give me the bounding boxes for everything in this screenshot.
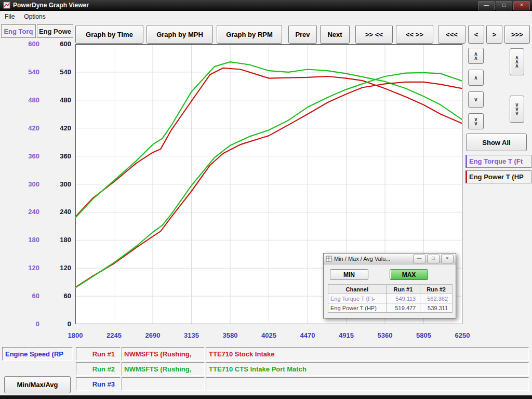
power-run1-max: 519.477 (386, 303, 420, 313)
min-toggle-button[interactable]: MIN (330, 269, 368, 280)
minmax-window-body: MIN MAX Channel Run #1 Run #2 Eng Torque… (324, 264, 456, 318)
table-row-torque: Eng Torque T (Ft- 549.113 562.362 (328, 294, 453, 303)
minmax-minimize-button[interactable]: — (413, 255, 425, 263)
scroll-down-double-button[interactable]: ∨ ∨ (468, 113, 484, 129)
y-tick-label: 480 (48, 96, 71, 104)
scroll-right-button[interactable]: > (486, 25, 502, 44)
channel-eng-torque[interactable]: Eng Torque T (Ft (466, 155, 531, 168)
x-channel-selector[interactable]: Engine Speed (RP (2, 347, 73, 361)
scroll-down-button[interactable]: ∨ (468, 91, 484, 108)
minmax-table: Channel Run #1 Run #2 Eng Torque T (Ft- … (328, 284, 453, 313)
run1-description: TTE710 Stock Intake (206, 347, 529, 361)
table-row-power: Eng Power T (HP) 519.477 539.311 (328, 303, 453, 313)
minmax-header-row: Channel Run #1 Run #2 (328, 285, 453, 294)
y-tick-label: 120 (15, 264, 39, 272)
torque-channel-cell: Eng Torque T (Ft- (328, 294, 387, 303)
prev-button[interactable]: Prev (288, 25, 317, 44)
title-bar: PowerDyne Graph Viewer — □ × (0, 0, 532, 11)
x-tick-label: 4025 (256, 331, 282, 339)
y-tick-label: 300 (15, 180, 39, 188)
scroll-up-double-button[interactable]: ∧ ∧ (468, 48, 484, 64)
y-tick-label: 360 (48, 152, 71, 160)
x-tick-label: 5360 (372, 331, 398, 339)
app-icon (3, 2, 10, 9)
minimize-button[interactable]: — (478, 1, 495, 10)
max-toggle-button[interactable]: MAX (390, 269, 428, 280)
graph-by-mph-button[interactable]: Graph by MPH (147, 25, 213, 44)
run2-name: NWMSFTS (Rushing, (122, 362, 205, 376)
run1-label[interactable]: Run #1 (76, 347, 121, 361)
column-channel: Channel (328, 285, 387, 294)
run1-name: NWMSFTS (Rushing, (122, 347, 205, 361)
close-button[interactable]: × (513, 1, 530, 10)
run3-label[interactable]: Run #3 (76, 377, 121, 391)
y-tick-label: 60 (48, 292, 71, 300)
y-tick-label: 180 (48, 236, 71, 244)
x-tick-label: 3135 (179, 331, 205, 339)
x-tick-label: 6250 (449, 331, 475, 339)
y-tick-label: 540 (48, 68, 71, 76)
window-controls: — □ × (478, 1, 530, 10)
minmax-window-icon (326, 256, 332, 262)
zoom-out-x-button[interactable]: << >> (396, 25, 433, 44)
y-tick-label: 600 (15, 40, 39, 48)
y-tick-label: 240 (15, 208, 39, 216)
y-tick-label: 120 (48, 264, 71, 272)
y-tick-label: 420 (15, 124, 39, 132)
y-tick-label: 360 (15, 152, 39, 160)
window-title: PowerDyne Graph Viewer (13, 2, 89, 9)
menu-file[interactable]: File (0, 11, 19, 22)
y-tick-label: 480 (15, 96, 39, 104)
y-tick-label: 0 (48, 320, 71, 328)
torque-run2-max: 562.362 (420, 294, 453, 303)
y-axis-power-scale: 060120180240300360420480540600 (48, 44, 71, 324)
power-channel-cell: Eng Power T (HP) (328, 303, 387, 313)
minmax-window-title: Min / Max / Avg Valu... (334, 256, 411, 262)
window-bottom-edge (0, 395, 532, 399)
y-tick-label: 420 (48, 124, 71, 132)
y-tick-label: 240 (48, 208, 71, 216)
graph-by-time-button[interactable]: Graph by Time (75, 25, 143, 44)
y-tick-label: 0 (15, 320, 39, 328)
x-tick-label: 2245 (101, 331, 127, 339)
x-tick-label: 1800 (62, 331, 88, 339)
torque-run1-max: 549.113 (386, 294, 420, 303)
minmaxavg-button[interactable]: Min/Max/Avg (4, 376, 71, 393)
zoom-down-multi-button[interactable]: ∨ ∨ ∨ (510, 96, 524, 123)
next-button[interactable]: Next (320, 25, 350, 44)
y-axis-torque-scale: 060120180240300360420480540600 (15, 44, 39, 324)
y-tick-label: 300 (48, 180, 71, 188)
column-run2: Run #2 (420, 285, 453, 294)
powerdyne-window: PowerDyne Graph Viewer — □ × File Option… (0, 0, 532, 399)
graph-by-rpm-button[interactable]: Graph by RPM (217, 25, 282, 44)
scroll-left-button[interactable]: < (468, 25, 484, 44)
x-tick-label: 4470 (295, 331, 321, 339)
scroll-up-button[interactable]: ∧ (468, 70, 484, 86)
scroll-right-fast-button[interactable]: >>> (504, 25, 530, 44)
show-all-button[interactable]: Show All (466, 134, 527, 151)
x-tick-label: 5805 (411, 331, 437, 339)
tab-eng-power-axis[interactable]: Eng Powe (37, 24, 73, 38)
run3-name (122, 377, 205, 391)
x-axis-rpm-scale: 1800224526903135358040254470491553605805… (75, 331, 462, 341)
zoom-up-multi-button[interactable]: ∧ ∧ ∧ (510, 48, 524, 75)
scroll-left-fast-button[interactable]: <<< (438, 25, 466, 44)
y-tick-label: 600 (48, 40, 71, 48)
menu-options[interactable]: Options (19, 11, 50, 22)
y-tick-label: 540 (15, 68, 39, 76)
y-tick-label: 60 (15, 292, 39, 300)
minmax-close-button[interactable]: × (441, 255, 454, 263)
run2-label[interactable]: Run #2 (76, 362, 121, 376)
maximize-button[interactable]: □ (496, 1, 512, 10)
minmax-window: Min / Max / Avg Valu... — □ × MIN MAX Ch… (323, 253, 456, 318)
power-run2-max: 539.311 (420, 303, 453, 313)
y-tick-label: 180 (15, 236, 39, 244)
minmax-window-titlebar[interactable]: Min / Max / Avg Valu... — □ × (324, 254, 456, 264)
column-run1: Run #1 (386, 285, 420, 294)
tab-eng-torque-axis[interactable]: Eng Torq (1, 24, 36, 38)
run3-description (206, 377, 529, 391)
channel-eng-power[interactable]: Eng Power T (HP (466, 170, 531, 183)
run2-description: TTE710 CTS Intake Port Match (206, 362, 529, 376)
zoom-in-x-button[interactable]: >> << (355, 25, 393, 44)
minmax-maximize-button[interactable]: □ (427, 255, 440, 263)
